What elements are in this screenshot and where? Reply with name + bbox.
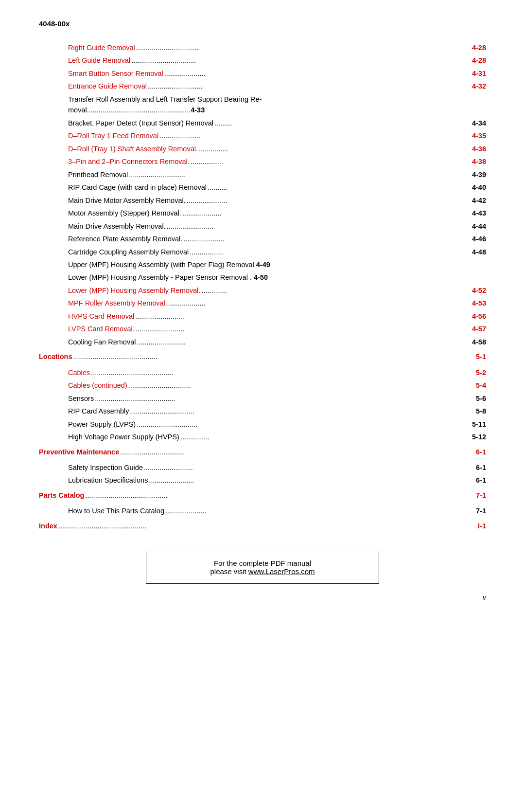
footer-line2: please visit www.LaserPros.com xyxy=(166,567,359,576)
toc-entry-lower-mpf-sensor[interactable]: Lower (MPF) Housing Assembly - Paper Sen… xyxy=(39,272,486,283)
footer-line1: For the complete PDF manual xyxy=(166,559,359,567)
toc-entry-cables[interactable]: Cables .................................… xyxy=(39,367,486,378)
toc-entry-bracket-paper[interactable]: Bracket, Paper Detect (Input Sensor) Rem… xyxy=(39,118,486,128)
toc-entry-droll-tray-feed[interactable]: D–Roll Tray 1 Feed Removal .............… xyxy=(39,130,486,141)
toc-entry-lubrication[interactable]: Lubrication Specifications .............… xyxy=(39,475,486,486)
page-header: 4048-00x xyxy=(39,19,486,28)
toc-container: Right Guide Removal ....................… xyxy=(39,42,486,531)
page-number: v xyxy=(39,594,486,601)
toc-entry-entrance-guide[interactable]: Entrance Guide Removal .................… xyxy=(39,81,486,91)
toc-entry-hvps[interactable]: HVPS Card Removal ......................… xyxy=(39,311,486,322)
toc-entry-motor-stepper[interactable]: Motor Assembly (Stepper) Removal. ......… xyxy=(39,208,486,218)
toc-entry-rip-card-assembly[interactable]: RIP Card Assembly ......................… xyxy=(39,406,486,416)
toc-entry-reference-plate[interactable]: Reference Plate Assembly Removal. ......… xyxy=(39,234,486,244)
toc-entry-rip-card-cage[interactable]: RIP Card Cage (with card in place) Remov… xyxy=(39,182,486,193)
toc-entry-right-guide[interactable]: Right Guide Removal ....................… xyxy=(39,42,486,53)
toc-section-parts-catalog[interactable]: Parts Catalog ..........................… xyxy=(39,490,486,501)
toc-section-index[interactable]: Index ..................................… xyxy=(39,521,486,531)
toc-entry-hvps-supply[interactable]: High Voltage Power Supply (HVPS) .......… xyxy=(39,432,486,442)
index-section: Index ..................................… xyxy=(39,521,486,531)
toc-entry-transfer-roll[interactable]: Transfer Roll Assembly and Left Transfer… xyxy=(39,94,486,116)
toc-entry-sensors[interactable]: Sensors ................................… xyxy=(39,393,486,404)
toc-entry-main-drive-motor[interactable]: Main Drive Motor Assembly Removal. .....… xyxy=(39,195,486,206)
parts-catalog-section: Parts Catalog ..........................… xyxy=(39,490,486,517)
footer-link[interactable]: www.LaserPros.com xyxy=(248,567,315,576)
toc-section-preventive[interactable]: Preventive Maintenance .................… xyxy=(39,447,486,457)
toc-entry-safety-inspection[interactable]: Safety Inspection Guide ................… xyxy=(39,462,486,473)
toc-entries-top: Right Guide Removal ....................… xyxy=(39,42,486,347)
toc-entry-left-guide[interactable]: Left Guide Removal .....................… xyxy=(39,55,486,66)
toc-entry-power-supply-lvps[interactable]: Power Supply (LVPS) ....................… xyxy=(39,419,486,430)
toc-entry-smart-button[interactable]: Smart Button Sensor Removal ............… xyxy=(39,68,486,79)
toc-entry-upper-mpf[interactable]: Upper (MPF) Housing Assembly (with Paper… xyxy=(39,259,486,270)
toc-entry-cartridge-coupling[interactable]: Cartridge Coupling Assembly Removal ....… xyxy=(39,247,486,257)
toc-entry-pin-connectors[interactable]: 3–Pin and 2–Pin Connectors Removal. ....… xyxy=(39,156,486,167)
toc-entry-cooling-fan[interactable]: Cooling Fan Removal ....................… xyxy=(39,337,486,347)
toc-entry-lower-mpf-removal[interactable]: Lower (MPF) Housing Assembly Removal. ..… xyxy=(39,285,486,296)
toc-entry-mpf-roller[interactable]: MPF Roller Assembly Removal ............… xyxy=(39,298,486,308)
preventive-maintenance-section: Preventive Maintenance .................… xyxy=(39,447,486,486)
toc-entry-lvps[interactable]: LVPS Card Removal. .....................… xyxy=(39,324,486,334)
toc-entry-cables-cont[interactable]: Cables (continued) .....................… xyxy=(39,380,486,391)
toc-entry-droll-tray-shaft[interactable]: D–Roll (Tray 1) Shaft Assembly Removal. … xyxy=(39,144,486,154)
locations-section: Locations ..............................… xyxy=(39,351,486,442)
toc-entry-how-to-use-parts[interactable]: How to Use This Parts Catalog ..........… xyxy=(39,505,486,516)
toc-entry-main-drive-assembly[interactable]: Main Drive Assembly Removal. ...........… xyxy=(39,221,486,232)
toc-section-locations[interactable]: Locations ..............................… xyxy=(39,351,486,362)
toc-entry-printhead[interactable]: Printhead Removal ......................… xyxy=(39,169,486,180)
footer-box: For the complete PDF manual please visit… xyxy=(146,551,379,584)
